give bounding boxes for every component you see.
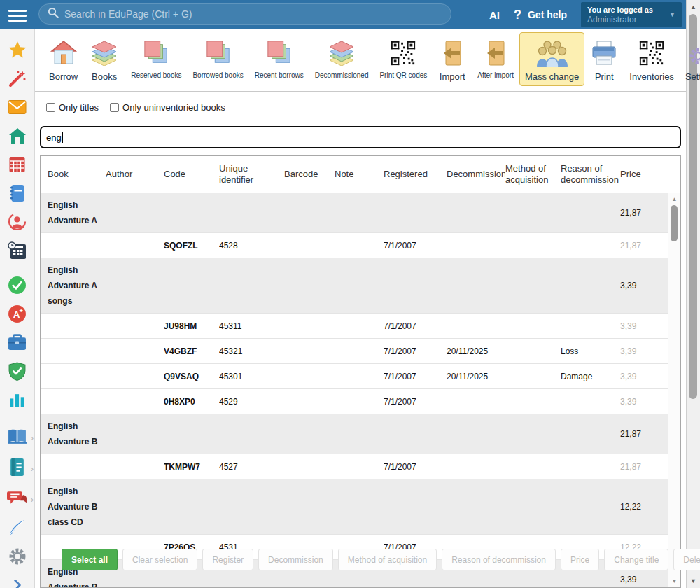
book-title-line: class CD [48,514,102,530]
toolbar-item-inventories[interactable]: Inventories [624,32,680,86]
method-of-acquisition-button[interactable]: Method of acquisition [338,549,437,570]
chevron-right-icon: › [31,463,34,474]
only-titles-checkbox[interactable]: Only titles [46,102,99,113]
toolbar-item-after-import[interactable]: After import [472,32,519,83]
column-header-note[interactable]: Note [335,169,384,180]
barcode-cell [284,262,335,309]
global-search-input[interactable]: Search in EduPage (Ctrl + G) [38,4,451,24]
reason-of-decommission-button[interactable]: Reason of decommission [442,549,556,570]
sidebar-item-chat[interactable]: › [0,484,34,514]
uid-cell: 45321 [219,346,284,356]
sidebar-item-gear[interactable] [0,543,34,572]
column-header-barcode[interactable]: Barcode [284,169,335,180]
book-copy-row[interactable]: JU98HM453117/1/20073,39 [41,314,668,339]
toolbar-item-import[interactable]: Import [433,32,472,86]
toolbar-item-borrowed-books[interactable]: Borrowed books [187,32,248,83]
sidebar-item-notebook[interactable] [0,180,34,209]
book-copy-row[interactable]: SQOFZL45287/1/200721,87 [41,233,668,258]
sidebar-item-calendar[interactable] [0,151,34,180]
toolbar-item-reserved-books[interactable]: Reserved books [125,32,187,83]
ai-button[interactable]: AI [489,9,500,21]
change-title-button[interactable]: Change title [604,549,668,570]
get-help-link[interactable]: ? Get help [514,8,567,22]
toolbar-item-decommissioned[interactable]: Decommissioned [309,32,374,83]
scroll-down-icon[interactable]: ▼ [687,578,700,584]
briefcase-icon [8,334,27,354]
user-menu[interactable]: You are logged as Administrator ▼ [581,2,682,27]
sidebar-item-library[interactable]: › [0,422,34,453]
menu-icon[interactable] [8,7,27,24]
sidebar-item-timetable[interactable] [0,237,34,266]
method-cell [505,484,561,530]
book-title-row[interactable]: EnglishAdvanture Asongs3,39 [41,258,668,314]
checkbox-icon[interactable] [46,103,55,112]
logged-as-label: You are logged as [587,5,653,15]
column-header-book[interactable]: Book [48,169,106,180]
book-title-row[interactable]: EnglishAdvanture A21,87 [41,193,668,233]
page-scrollbar[interactable]: ▲ ▼ [686,0,700,588]
toolbar-item-print[interactable]: Print [584,32,624,86]
price-cell: 12,22 [620,502,668,512]
toolbar-item-settings[interactable]: Settings [680,32,700,86]
sidebar-item-shield[interactable] [0,358,34,387]
table-header: BookAuthorCodeUnique identifierBarcodeNo… [41,156,668,193]
scroll-down-icon[interactable]: ▼ [668,578,680,584]
toolbar-item-recent-borrows[interactable]: Recent borrows [249,32,309,83]
sidebar-item-check-circle[interactable] [0,272,34,301]
toolbar-item-print-qr-codes[interactable]: Print QR codes [374,32,433,83]
only-uninventoried-checkbox[interactable]: Only uninventoried books [110,102,225,113]
book-title-row[interactable]: EnglishAdvanture Bclass CD12,22 [41,479,668,535]
book-filter-input[interactable]: eng [40,126,681,148]
book-copy-row[interactable]: V4GBZF453217/1/200720/11/2025Loss3,39 [41,339,668,364]
sidebar-item-grade[interactable]: A+ [0,301,34,330]
envelope-icon [8,100,27,117]
scroll-up-icon[interactable]: ▲ [668,196,680,202]
book-title-row[interactable]: EnglishAdvanture B21,87 [41,414,668,454]
sidebar-item-documents[interactable]: › [0,453,34,484]
price-button[interactable]: Price [561,549,599,570]
sidebar-divider [0,269,34,270]
clear-selection-button[interactable]: Clear selection [122,549,197,570]
price-cell: 3,39 [620,346,668,356]
grade-icon: A+ [8,304,27,326]
column-header-unique-identifier[interactable]: Unique identifier [219,163,284,186]
sidebar-item-star[interactable] [0,36,34,65]
select-all-button[interactable]: Select all [62,549,118,570]
sidebar-item-substitution[interactable] [0,209,34,237]
toolbar-item-label: Mass change [525,71,579,82]
sidebar-item-briefcase[interactable] [0,330,34,358]
logged-user-name: Administrator [587,15,653,24]
toolbar-item-borrow[interactable]: Borrow [43,32,83,86]
toolbar-item-mass-change[interactable]: Mass change [519,32,584,86]
column-header-code[interactable]: Code [164,169,219,180]
barcode-cell [284,419,335,449]
table-scrollbar[interactable]: ▲ ▼ [668,193,680,587]
sidebar-item-home[interactable] [0,122,34,151]
topbar: Search in EduPage (Ctrl + G) AI ? Get he… [0,0,686,29]
toolbar-item-label: Books [92,71,117,82]
sidebar-item-bar-chart[interactable] [0,387,34,416]
register-button[interactable]: Register [202,549,253,570]
decommission-button[interactable]: Decommission [258,549,333,570]
book-copy-row[interactable]: 0H8XP045297/1/20073,39 [41,389,668,414]
sidebar-item-chevron-right[interactable] [0,572,34,588]
book-copy-row[interactable]: Q9VSAQ453017/1/200720/11/2025Damage3,39 [41,364,668,389]
column-header-decommissioned[interactable]: Decommissioned [447,169,505,180]
registered-cell: 7/1/2007 [384,397,447,407]
scroll-up-icon[interactable]: ▲ [687,4,700,10]
column-header-price[interactable]: Price [620,169,668,180]
code-cell: SQOFZL [164,241,219,251]
delete-button[interactable]: Delete [673,549,700,570]
book-copy-row[interactable]: TKMPW745277/1/200721,87 [41,454,668,479]
column-header-author[interactable]: Author [106,169,164,180]
sidebar-item-wand[interactable] [0,65,34,94]
column-header-registered[interactable]: Registered [384,169,447,180]
table-scrollbar-thumb[interactable] [671,205,678,241]
toolbar-item-books[interactable]: Books [83,32,125,86]
column-header-method-of-acquisition[interactable]: Method of acquisition [505,163,561,186]
column-header-reason-of-decommission[interactable]: Reason of decommission [561,163,620,186]
qr-icon [638,37,665,69]
checkbox-icon[interactable] [110,103,119,112]
sidebar-item-pen[interactable] [0,514,34,543]
sidebar-item-envelope[interactable] [0,94,34,122]
